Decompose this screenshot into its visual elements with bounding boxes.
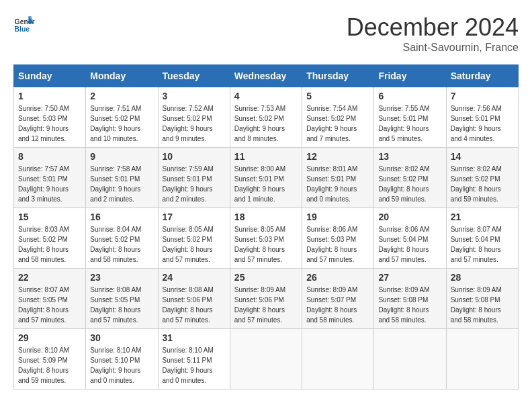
calendar-cell: 29 Sunrise: 8:10 AM Sunset: 5:09 PM Dayl… <box>14 329 86 390</box>
day-info: Sunrise: 7:55 AM Sunset: 5:01 PM Dayligh… <box>378 103 441 144</box>
calendar-cell: 27 Sunrise: 8:09 AM Sunset: 5:08 PM Dayl… <box>374 269 446 329</box>
sunset-text: Sunset: 5:03 PM <box>234 236 284 243</box>
calendar-cell: 23 Sunrise: 8:08 AM Sunset: 5:05 PM Dayl… <box>86 269 158 329</box>
sunrise-text: Sunrise: 8:10 AM <box>90 347 141 354</box>
sunset-text: Sunset: 5:01 PM <box>90 175 140 183</box>
day-info: Sunrise: 8:10 AM Sunset: 5:10 PM Dayligh… <box>90 345 153 385</box>
sunset-text: Sunset: 5:01 PM <box>18 175 68 183</box>
daylight-text: Daylight: 9 hours and 9 minutes. <box>163 125 213 142</box>
sunset-text: Sunset: 5:03 PM <box>18 115 68 122</box>
sunrise-text: Sunrise: 8:10 AM <box>18 347 69 354</box>
sunrise-text: Sunrise: 8:06 AM <box>378 226 429 233</box>
calendar-table: Sunday Monday Tuesday Wednesday Thursday… <box>13 64 519 390</box>
day-number: 22 <box>18 272 81 283</box>
day-info: Sunrise: 7:50 AM Sunset: 5:03 PM Dayligh… <box>18 103 81 144</box>
calendar-cell: 26 Sunrise: 8:09 AM Sunset: 5:07 PM Dayl… <box>302 269 374 329</box>
daylight-text: Daylight: 8 hours and 58 minutes. <box>378 306 429 324</box>
sunrise-text: Sunrise: 7:56 AM <box>451 105 502 112</box>
day-info: Sunrise: 8:02 AM Sunset: 5:02 PM Dayligh… <box>378 164 441 204</box>
sunrise-text: Sunrise: 8:07 AM <box>451 226 502 233</box>
sunrise-text: Sunrise: 7:52 AM <box>163 105 214 112</box>
day-info: Sunrise: 8:05 AM Sunset: 5:02 PM Dayligh… <box>163 224 226 265</box>
sunrise-text: Sunrise: 7:55 AM <box>378 105 429 112</box>
daylight-text: Daylight: 8 hours and 57 minutes. <box>234 306 285 324</box>
daylight-text: Daylight: 9 hours and 5 minutes. <box>378 125 429 142</box>
day-info: Sunrise: 8:09 AM Sunset: 5:06 PM Dayligh… <box>234 285 298 325</box>
daylight-text: Daylight: 8 hours and 59 minutes. <box>451 185 501 203</box>
calendar-cell: 8 Sunrise: 7:57 AM Sunset: 5:01 PM Dayli… <box>14 148 86 208</box>
day-number: 9 <box>90 151 153 162</box>
sunset-text: Sunset: 5:04 PM <box>451 236 500 243</box>
sunrise-text: Sunrise: 8:02 AM <box>451 165 502 173</box>
calendar-cell: 13 Sunrise: 8:02 AM Sunset: 5:02 PM Dayl… <box>374 148 446 208</box>
calendar-cell: 15 Sunrise: 8:03 AM Sunset: 5:02 PM Dayl… <box>14 208 86 269</box>
header-tuesday: Tuesday <box>158 65 230 87</box>
calendar-cell: 7 Sunrise: 7:56 AM Sunset: 5:01 PM Dayli… <box>446 87 518 148</box>
day-number: 20 <box>378 212 441 222</box>
daylight-text: Daylight: 8 hours and 57 minutes. <box>90 306 140 324</box>
day-info: Sunrise: 8:03 AM Sunset: 5:02 PM Dayligh… <box>18 224 81 265</box>
day-info: Sunrise: 8:08 AM Sunset: 5:06 PM Dayligh… <box>163 285 226 325</box>
sunrise-text: Sunrise: 8:08 AM <box>163 286 214 293</box>
header-sunday: Sunday <box>14 65 86 87</box>
day-info: Sunrise: 8:08 AM Sunset: 5:05 PM Dayligh… <box>90 285 153 325</box>
daylight-text: Daylight: 8 hours and 57 minutes. <box>18 306 69 324</box>
sunrise-text: Sunrise: 8:03 AM <box>18 226 69 233</box>
calendar-cell: 14 Sunrise: 8:02 AM Sunset: 5:02 PM Dayl… <box>446 148 518 208</box>
calendar-cell: 12 Sunrise: 8:01 AM Sunset: 5:01 PM Dayl… <box>302 148 374 208</box>
day-info: Sunrise: 8:04 AM Sunset: 5:02 PM Dayligh… <box>90 224 153 265</box>
weekday-header-row: Sunday Monday Tuesday Wednesday Thursday… <box>14 65 519 87</box>
day-info: Sunrise: 8:05 AM Sunset: 5:03 PM Dayligh… <box>234 224 298 265</box>
day-info: Sunrise: 7:54 AM Sunset: 5:02 PM Dayligh… <box>306 103 369 144</box>
month-title: December 2024 <box>347 13 519 42</box>
day-number: 1 <box>18 91 81 101</box>
calendar-week-row: 29 Sunrise: 8:10 AM Sunset: 5:09 PM Dayl… <box>14 329 519 390</box>
sunrise-text: Sunrise: 8:02 AM <box>378 165 429 173</box>
header-saturday: Saturday <box>446 65 518 87</box>
day-number: 25 <box>234 272 298 283</box>
logo: General Blue <box>13 13 35 35</box>
calendar-cell: 5 Sunrise: 7:54 AM Sunset: 5:02 PM Dayli… <box>302 87 374 148</box>
daylight-text: Daylight: 9 hours and 7 minutes. <box>306 125 357 142</box>
daylight-text: Daylight: 8 hours and 57 minutes. <box>234 246 285 263</box>
daylight-text: Daylight: 9 hours and 1 minute. <box>234 185 285 203</box>
calendar-cell: 22 Sunrise: 8:07 AM Sunset: 5:05 PM Dayl… <box>14 269 86 329</box>
calendar-cell: 20 Sunrise: 8:06 AM Sunset: 5:04 PM Dayl… <box>374 208 446 269</box>
calendar-cell: 19 Sunrise: 8:06 AM Sunset: 5:03 PM Dayl… <box>302 208 374 269</box>
day-number: 15 <box>18 212 81 222</box>
svg-text:Blue: Blue <box>15 26 30 33</box>
calendar-week-row: 8 Sunrise: 7:57 AM Sunset: 5:01 PM Dayli… <box>14 148 519 208</box>
sunrise-text: Sunrise: 8:05 AM <box>163 226 214 233</box>
sunset-text: Sunset: 5:02 PM <box>90 115 140 122</box>
sunrise-text: Sunrise: 8:09 AM <box>451 286 502 293</box>
daylight-text: Daylight: 8 hours and 57 minutes. <box>378 246 429 263</box>
sunset-text: Sunset: 5:01 PM <box>378 115 428 122</box>
sunrise-text: Sunrise: 8:08 AM <box>90 286 141 293</box>
sunrise-text: Sunrise: 8:09 AM <box>378 286 429 293</box>
sunset-text: Sunset: 5:02 PM <box>18 236 68 243</box>
calendar-cell: 10 Sunrise: 7:59 AM Sunset: 5:01 PM Dayl… <box>158 148 230 208</box>
sunset-text: Sunset: 5:06 PM <box>234 296 284 304</box>
day-info: Sunrise: 8:07 AM Sunset: 5:05 PM Dayligh… <box>18 285 81 325</box>
daylight-text: Daylight: 8 hours and 57 minutes. <box>163 306 213 324</box>
calendar-cell: 2 Sunrise: 7:51 AM Sunset: 5:02 PM Dayli… <box>86 87 158 148</box>
sunset-text: Sunset: 5:01 PM <box>306 175 356 183</box>
day-number: 6 <box>378 91 441 101</box>
daylight-text: Daylight: 8 hours and 58 minutes. <box>306 306 357 324</box>
sunset-text: Sunset: 5:11 PM <box>163 357 212 364</box>
day-number: 27 <box>378 272 441 283</box>
day-info: Sunrise: 8:02 AM Sunset: 5:02 PM Dayligh… <box>451 164 514 204</box>
sunrise-text: Sunrise: 7:53 AM <box>234 105 285 112</box>
day-info: Sunrise: 8:10 AM Sunset: 5:11 PM Dayligh… <box>163 345 226 385</box>
page-header: General Blue December 2024 Saint-Savourn… <box>13 13 519 54</box>
day-number: 13 <box>378 151 441 162</box>
sunset-text: Sunset: 5:01 PM <box>234 175 284 183</box>
day-number: 14 <box>451 151 514 162</box>
calendar-cell: 3 Sunrise: 7:52 AM Sunset: 5:02 PM Dayli… <box>158 87 230 148</box>
sunrise-text: Sunrise: 7:58 AM <box>90 165 141 173</box>
day-number: 16 <box>90 212 153 222</box>
day-number: 17 <box>163 212 226 222</box>
sunset-text: Sunset: 5:05 PM <box>18 296 68 304</box>
daylight-text: Daylight: 9 hours and 0 minutes. <box>163 367 213 384</box>
day-number: 8 <box>18 151 81 162</box>
